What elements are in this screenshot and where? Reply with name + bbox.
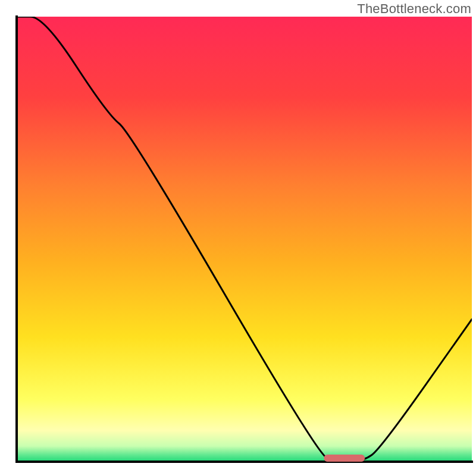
- plot-background: [17, 17, 472, 462]
- watermark-text: TheBottleneck.com: [357, 1, 471, 17]
- chart-container: TheBottleneck.com: [0, 0, 476, 476]
- optimal-range-marker: [324, 455, 365, 462]
- bottleneck-chart: [0, 0, 476, 476]
